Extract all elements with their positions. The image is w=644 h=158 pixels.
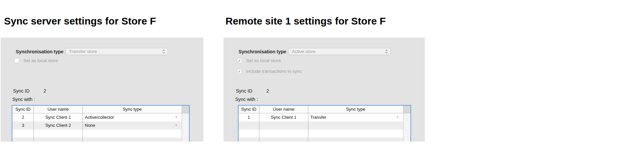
scrollbar-track[interactable] [403,121,410,129]
cell-sync-id: 1 [239,113,259,121]
table-row[interactable]: 2 Sync Client 1 Active/collector ▼ [12,113,189,121]
set-as-local-store-label: Set as local store [23,58,58,63]
table-row-empty[interactable] [239,121,410,129]
scrollbar-track[interactable] [182,113,189,121]
scrollbar-corner [403,106,410,113]
dropdown-arrow-icon: ▼ [175,121,178,129]
cell-sync-id: 2 [12,113,34,121]
column-header-sync-id: Sync ID [239,106,259,113]
sync-with-table: Sync ID User name Sync type 1 Sync Clien… [238,105,411,142]
set-as-local-store-row: ✓ Set as local store [237,58,281,63]
stepper-icon [162,49,165,54]
sync-with-label: Sync with : [12,97,35,102]
checkmark-icon: ✓ [238,69,241,74]
synchronisation-type-value: Transfer store [69,49,97,54]
column-header-user-name: User name [259,106,308,113]
table-row-empty[interactable] [239,129,410,138]
cell-sync-type-dropdown[interactable]: Transfer ▼ [308,113,403,121]
sync-with-label: Sync with : [235,97,258,102]
scrollbar-track[interactable] [403,138,410,142]
scrollbar-track[interactable] [182,129,189,138]
table-row-empty[interactable] [12,129,189,138]
sync-server-settings-panel: Synchronisation type : Transfer store Se… [1,38,203,142]
synchronisation-type-value: Active store [292,49,316,54]
sync-id-label: Sync ID [13,88,29,94]
set-as-local-store-checkbox[interactable]: ✓ [237,58,242,63]
sync-id-value: 2 [266,88,269,94]
cell-user-name: Sync Client 1 [34,113,83,121]
cell-sync-type-dropdown[interactable]: None ▼ [83,121,182,129]
column-header-sync-type: Sync type [308,106,403,113]
page-title-remote-site: Remote site 1 settings for Store F [226,16,386,27]
checkmark-icon: ✓ [238,58,241,63]
cell-sync-type-dropdown[interactable]: Active/collector ▼ [83,113,182,121]
column-header-user-name: User name [34,106,83,113]
remote-site-settings-panel: Synchronisation type : Active store ✓ Se… [223,38,425,142]
table-row-empty[interactable] [239,138,410,142]
table-row-empty[interactable] [12,138,189,142]
include-transactions-checkbox[interactable]: ✓ [237,69,242,74]
cell-user-name: Sync Client 2 [34,121,83,129]
scrollbar-track[interactable] [182,121,189,129]
synchronisation-type-label: Synchronisation type : [16,49,66,54]
set-as-local-store-row: Set as local store [14,58,58,63]
column-header-sync-id: Sync ID [12,106,34,113]
dropdown-arrow-icon: ▼ [175,113,178,121]
cell-sync-id: 3 [12,121,34,129]
scrollbar-track[interactable] [182,138,189,142]
sync-id-value: 2 [44,88,46,94]
include-transactions-label: Include transactions in sync [246,69,302,74]
table-row[interactable]: 1 Sync Client 1 Transfer ▼ [239,113,410,121]
scrollbar-track[interactable] [403,129,410,138]
scrollbar-track[interactable] [403,113,410,121]
column-header-sync-type: Sync type [83,106,182,113]
dropdown-arrow-icon: ▼ [396,113,399,121]
table-header-row: Sync ID User name Sync type [12,106,189,113]
page-title-sync-server: Sync server settings for Store F [4,16,156,27]
cell-user-name: Sync Client 1 [259,113,308,121]
synchronisation-type-label: Synchronisation type : [239,49,289,54]
scrollbar-corner [182,106,189,113]
synchronisation-type-select[interactable]: Transfer store [65,48,168,55]
set-as-local-store-label: Set as local store [246,58,281,63]
stepper-icon [385,49,388,54]
sync-with-table: Sync ID User name Sync type 2 Sync Clien… [12,105,190,142]
set-as-local-store-checkbox[interactable] [14,58,19,63]
synchronisation-type-select[interactable]: Active store [288,48,391,55]
table-header-row: Sync ID User name Sync type [239,106,410,113]
include-transactions-row: ✓ Include transactions in sync [237,69,302,74]
table-row[interactable]: 3 Sync Client 2 None ▼ [12,121,189,129]
sync-id-label: Sync ID [236,88,252,94]
